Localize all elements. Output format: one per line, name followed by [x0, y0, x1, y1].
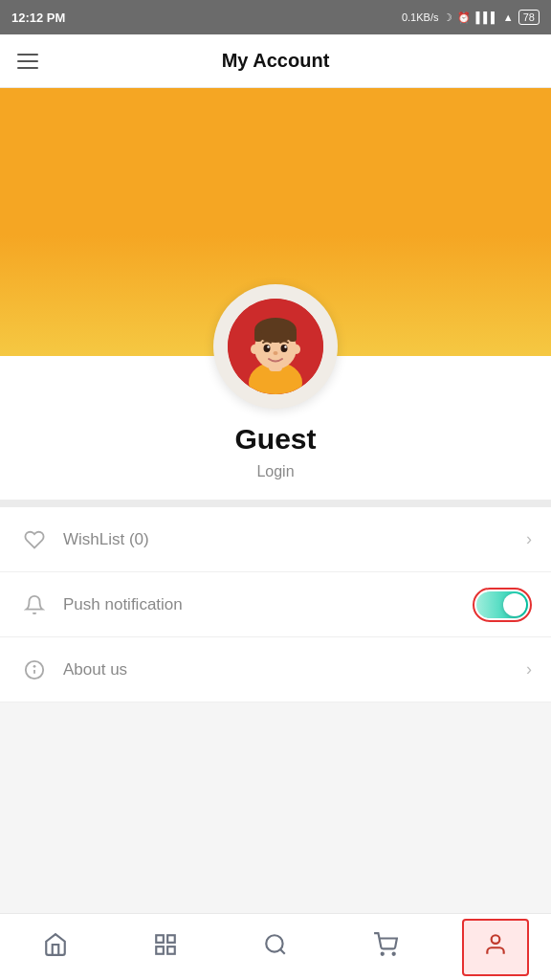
grid-icon [153, 932, 178, 963]
svg-point-9 [267, 345, 269, 347]
toggle-knob [503, 593, 526, 616]
signal-icon: ▌▌▌ [475, 11, 497, 23]
account-icon [483, 932, 508, 963]
hamburger-menu[interactable] [17, 54, 38, 69]
status-icons: 0.1KB/s ☽ ⏰ ▌▌▌ ▲ 78 [402, 10, 540, 25]
nav-home[interactable] [22, 919, 89, 976]
profile-name: Guest [234, 423, 316, 456]
hamburger-line-1 [17, 54, 38, 56]
push-notification-label: Push notification [63, 595, 473, 614]
svg-point-24 [393, 952, 395, 954]
status-time: 12:12 PM [11, 11, 65, 25]
bell-icon [19, 594, 50, 615]
nav-account[interactable] [462, 919, 529, 976]
svg-rect-6 [289, 330, 297, 342]
about-us-label: About us [63, 660, 526, 679]
wishlist-item[interactable]: WishList (0) › [0, 507, 551, 572]
cart-icon [373, 932, 398, 963]
wishlist-label: WishList (0) [63, 530, 526, 549]
about-us-chevron: › [526, 659, 532, 679]
svg-point-7 [264, 345, 271, 352]
svg-point-8 [281, 345, 288, 352]
push-notification-item[interactable]: Push notification [0, 572, 551, 637]
page-title: My Account [222, 50, 330, 72]
svg-rect-18 [167, 935, 175, 943]
top-nav: My Account [0, 34, 551, 88]
hamburger-line-3 [17, 67, 38, 69]
svg-point-23 [382, 952, 384, 954]
toggle-area [473, 588, 532, 622]
svg-point-12 [251, 345, 258, 354]
heart-icon [19, 529, 50, 550]
svg-point-13 [293, 345, 300, 354]
avatar [228, 299, 323, 394]
wishlist-chevron: › [526, 529, 532, 549]
nav-cart[interactable] [352, 919, 419, 976]
svg-rect-20 [167, 947, 175, 954]
toggle-border [473, 588, 532, 622]
moon-icon: ☽ [443, 11, 452, 24]
svg-rect-5 [254, 330, 262, 342]
avatar-wrapper [213, 284, 338, 409]
about-us-item[interactable]: About us › [0, 637, 551, 702]
svg-point-11 [274, 351, 278, 355]
nav-categories[interactable] [132, 919, 199, 976]
svg-point-10 [284, 345, 286, 347]
svg-line-22 [280, 949, 285, 954]
nav-search[interactable] [242, 919, 309, 976]
svg-point-25 [492, 935, 500, 944]
push-notification-toggle[interactable] [476, 591, 528, 618]
info-icon [19, 659, 50, 680]
home-icon [43, 932, 68, 963]
hero-banner [0, 88, 551, 356]
bottom-nav [0, 913, 551, 980]
svg-point-21 [266, 935, 282, 951]
menu-list: WishList (0) › Push notification [0, 507, 551, 702]
hamburger-line-2 [17, 60, 38, 62]
alarm-icon: ⏰ [457, 11, 471, 24]
battery-icon: 78 [518, 10, 540, 25]
wifi-icon: ▲ [503, 11, 514, 23]
login-link[interactable]: Login [256, 463, 294, 480]
avatar-svg [228, 299, 323, 394]
svg-rect-17 [156, 935, 164, 943]
network-speed: 0.1KB/s [402, 11, 439, 23]
search-icon [263, 932, 288, 963]
status-bar: 12:12 PM 0.1KB/s ☽ ⏰ ▌▌▌ ▲ 78 [0, 0, 551, 34]
svg-rect-19 [156, 947, 164, 954]
